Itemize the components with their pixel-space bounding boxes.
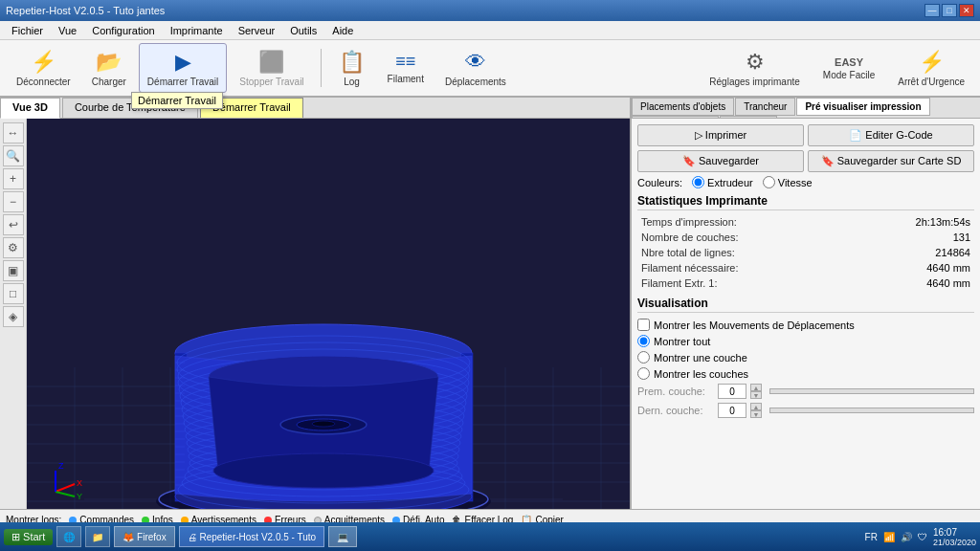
- viewport-scene: X Y Z: [27, 119, 630, 509]
- disconnect-button[interactable]: ⚡ Déconnecter: [8, 43, 79, 93]
- taskbar-network-icon: 📶: [883, 532, 895, 542]
- dern-couche-control: Dern. couche: ▲ ▼: [637, 401, 974, 420]
- extrudeur-label: Extrudeur: [707, 177, 753, 188]
- dern-couche-input[interactable]: [718, 403, 746, 418]
- vis-couches: Montrer les couches: [637, 365, 974, 382]
- prem-up-btn[interactable]: ▲: [750, 384, 762, 391]
- stat-temps-label: Temps d'impression:: [641, 216, 737, 228]
- action-row-1: ▷ Imprimer 📄 Editer G-Code: [637, 124, 974, 146]
- dern-couche-label: Dern. couche:: [637, 405, 714, 416]
- dern-down-btn[interactable]: ▼: [750, 410, 762, 418]
- tab-vue3d[interactable]: Vue 3D: [0, 98, 60, 119]
- close-button[interactable]: ✕: [959, 4, 974, 17]
- disconnect-icon: ⚡: [31, 50, 56, 75]
- stat-filament-extr-label: Filament Extr. 1:: [641, 277, 717, 289]
- stop-icon: ⬛: [258, 50, 284, 75]
- easy-mode-button[interactable]: EASY Mode Facile: [815, 43, 882, 93]
- taskbar-ie[interactable]: 🌐: [56, 526, 81, 547]
- settings-tool[interactable]: ⚙: [3, 237, 24, 258]
- montrer-tout-radio[interactable]: [637, 335, 650, 347]
- taskbar-app2[interactable]: 💻: [328, 526, 357, 547]
- taskbar-date: 21/03/2020: [933, 538, 976, 547]
- stat-filament: Filament nécessaire: 4640 mm: [637, 260, 974, 276]
- zoom-in-tool[interactable]: +: [3, 168, 24, 189]
- taskbar-clock: 16:07 21/03/2020: [933, 527, 976, 547]
- start-job-button[interactable]: ▶ Démarrer Travail: [139, 43, 227, 93]
- prem-spinners: ▲ ▼: [750, 384, 762, 399]
- extrudeur-radio[interactable]: [692, 176, 704, 188]
- viewport-3d[interactable]: X Y Z: [27, 119, 630, 509]
- taskbar: ⊞ Start 🌐 📁 🦊 Firefox 🖨 Repetier-Host V2…: [0, 522, 980, 551]
- menu-aide[interactable]: Aide: [324, 23, 361, 38]
- tab-trancheur[interactable]: Trancheur: [735, 98, 795, 116]
- dern-slider[interactable]: [769, 408, 974, 413]
- zoom-tool[interactable]: 🔍: [3, 145, 24, 166]
- vitesse-option[interactable]: Vitesse: [763, 176, 813, 188]
- start-button[interactable]: ⊞ Start: [4, 529, 53, 545]
- menubar: Fichier Vue Configuration Imprimante Ser…: [0, 21, 980, 40]
- rim-inner-bottom: [213, 453, 434, 488]
- right-panel: Placements d'objets Trancheur Pré visual…: [632, 98, 980, 509]
- emergency-stop-button[interactable]: ⚡ Arrêt d'Urgence: [890, 43, 972, 93]
- color-row: Couleurs: Extrudeur Vitesse: [637, 176, 974, 188]
- printer-settings-button[interactable]: ⚙ Réglages imprimante: [702, 43, 808, 93]
- hub-center: [312, 421, 335, 427]
- log-icon: 📋: [339, 50, 365, 75]
- maximize-button[interactable]: □: [942, 4, 957, 17]
- prem-couche-control: Prem. couche: ▲ ▼: [637, 382, 974, 401]
- menu-outils[interactable]: Outils: [282, 23, 324, 38]
- toolbar-tooltip: Démarrer Travail: [131, 92, 223, 109]
- tab-placements[interactable]: Placements d'objets: [632, 98, 734, 116]
- titlebar-title: Repetier-Host V2.0.5 - Tuto jantes: [6, 5, 165, 16]
- load-button[interactable]: 📂 Charger: [83, 43, 135, 93]
- wireframe-tool[interactable]: □: [3, 283, 24, 304]
- log-button[interactable]: 📋 Log: [329, 43, 375, 93]
- zoom-out-tool[interactable]: −: [3, 191, 24, 212]
- movements-button[interactable]: 👁 Déplacements: [436, 43, 515, 93]
- stat-filament-label: Filament nécessaire:: [641, 262, 739, 274]
- prem-couche-input[interactable]: [718, 384, 746, 399]
- edit-gcode-button[interactable]: 📄 Editer G-Code: [808, 124, 974, 146]
- tab-previsualiser[interactable]: Pré visualiser impression: [796, 98, 929, 116]
- taskbar-explorer[interactable]: 📁: [85, 526, 110, 547]
- menu-fichier[interactable]: Fichier: [4, 23, 51, 38]
- une-couche-label: Montrer une couche: [654, 352, 747, 364]
- action-row-2: 🔖 Sauvegarder 🔖 Sauvegarder sur Carte SD: [637, 150, 974, 172]
- stop-job-button[interactable]: ⬛ Stopper Travail: [231, 43, 312, 93]
- vitesse-radio[interactable]: [763, 176, 775, 188]
- titlebar: Repetier-Host V2.0.5 - Tuto jantes — □ ✕: [0, 0, 980, 21]
- menu-serveur[interactable]: Serveur: [231, 23, 283, 38]
- une-couche-radio[interactable]: [637, 351, 650, 364]
- mouvements-checkbox[interactable]: [637, 319, 650, 331]
- save-sd-button[interactable]: 🔖 Sauvegarder sur Carte SD: [808, 150, 974, 172]
- prem-slider[interactable]: [769, 388, 974, 394]
- taskbar-repetier[interactable]: 🖨 Repetier-Host V2.0.5 - Tuto: [179, 526, 325, 547]
- taskbar-sound-icon: 🔊: [901, 532, 912, 542]
- stat-couches-value: 131: [953, 231, 970, 243]
- filament-button[interactable]: ≡≡ Filament: [379, 43, 433, 93]
- stat-temps: Temps d'impression: 2h:13m:54s: [637, 214, 974, 230]
- right-tabs: Placements d'objets Trancheur Pré visual…: [632, 98, 980, 119]
- menu-imprimante[interactable]: Imprimante: [163, 23, 231, 38]
- main-area: Vue 3D Courbe de Température Démarrer Tr…: [0, 98, 980, 509]
- reset-tool[interactable]: ↩: [3, 214, 24, 235]
- slice-tool[interactable]: ◈: [3, 306, 24, 327]
- vis-montrer-tout: Montrer tout: [637, 333, 974, 349]
- menu-configuration[interactable]: Configuration: [84, 23, 162, 38]
- couches-label: Montrer les couches: [654, 368, 748, 380]
- dern-up-btn[interactable]: ▲: [750, 403, 762, 410]
- print-button[interactable]: ▷ Imprimer: [637, 124, 804, 146]
- taskbar-time: 16:07: [933, 527, 976, 538]
- save-button[interactable]: 🔖 Sauvegarder: [637, 150, 804, 172]
- prem-down-btn[interactable]: ▼: [750, 391, 762, 399]
- minimize-button[interactable]: —: [924, 4, 940, 17]
- couches-radio[interactable]: [637, 367, 650, 380]
- menu-vue[interactable]: Vue: [51, 23, 84, 38]
- taskbar-firefox[interactable]: 🦊 Firefox: [114, 526, 174, 547]
- solid-view-tool[interactable]: ▣: [3, 260, 24, 281]
- right-content: ▷ Imprimer 📄 Editer G-Code 🔖 Sauvegarder…: [632, 119, 980, 509]
- start-icon: ▶: [175, 50, 191, 75]
- select-tool[interactable]: ↔: [3, 122, 24, 143]
- stats-title: Statistiques Imprimante: [637, 194, 974, 210]
- extrudeur-option[interactable]: Extrudeur: [692, 176, 753, 188]
